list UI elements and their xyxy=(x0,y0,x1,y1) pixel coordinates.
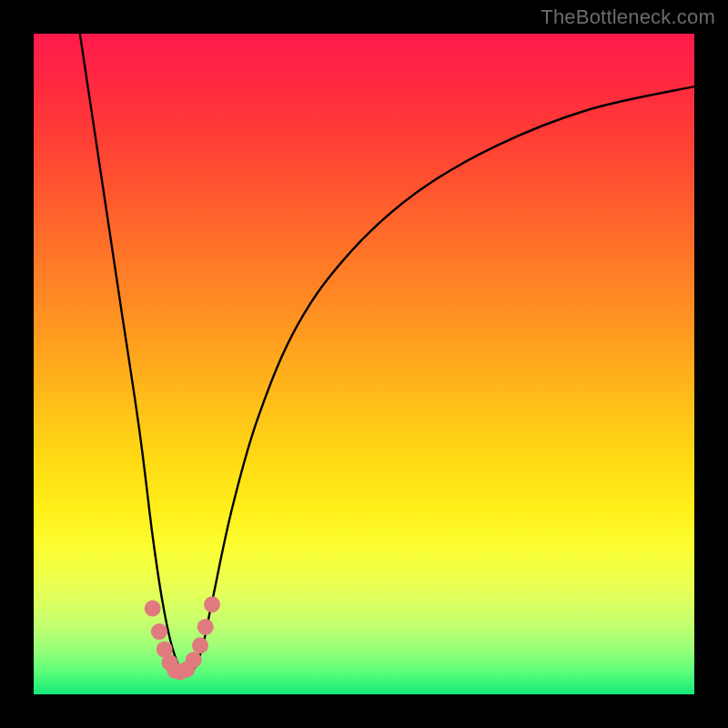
chart-svg xyxy=(34,34,694,694)
trough-marker-dot xyxy=(192,637,208,653)
trough-marker-dot xyxy=(204,596,220,612)
bottleneck-curve xyxy=(80,34,694,674)
trough-markers xyxy=(145,596,220,680)
trough-marker-dot xyxy=(186,652,202,668)
trough-marker-dot xyxy=(145,601,161,617)
trough-marker-dot xyxy=(151,623,167,640)
watermark-text: TheBottleneck.com xyxy=(541,5,715,29)
chart-frame: TheBottleneck.com xyxy=(0,0,728,728)
plot-area xyxy=(34,34,694,694)
trough-marker-dot xyxy=(197,619,214,635)
